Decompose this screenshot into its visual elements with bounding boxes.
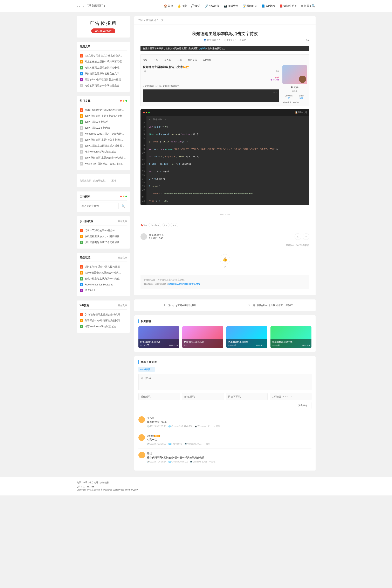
nav-item[interactable]: 💬微语 [191,4,200,8]
footer-link[interactable]: 关于 [77,481,81,484]
list-item[interactable]: 1Qzdy秋知德雨主题怎么去掉代码... [80,312,127,318]
nav-item[interactable]: 📝我的日志 [242,4,257,8]
widget-title: WP教程 [80,304,90,307]
list-item[interactable]: 6给你的网页添加一个网格背景当... [80,83,127,89]
tag-item[interactable]: function [148,223,161,227]
copy-code-button[interactable]: 📋复制代码 [295,111,307,114]
search-input[interactable] [80,203,119,209]
article-slot: 3/4 [306,39,309,42]
comment-name-input[interactable] [138,393,180,400]
list-item[interactable]: 1css文件引用自定义字体文件包的... [80,53,127,59]
list-item[interactable]: 2css+js设置全浏览器兼容针对火... [80,270,127,276]
list-item[interactable]: 2在线智能图片放大，小图模糊变... [80,234,127,240]
list-item[interactable]: 2关于部分smtp邮箱评论没接收到... [80,318,127,324]
quote-text: 落霞多采颜，此物最相思。——王维 [80,177,127,184]
tags: 🔖Tag:functionidxvar [140,220,310,230]
comment-author[interactable]: 路过 [147,452,312,455]
comment-avatar [138,452,145,458]
related-item[interactable]: 网上的破解主题插件👁 334℃2022-10-22 [226,326,268,348]
nav-item[interactable]: 🔗友情链接 [204,4,220,8]
home-icon[interactable]: ⌂ [294,233,301,240]
tag-item[interactable]: var [170,223,178,227]
code-block: 📋复制代码 1234567891011121314151617181920212… [140,109,310,205]
nav-item[interactable]: 📕笔记分类 ▾ [279,4,296,8]
list-item[interactable]: 6qzdy(秋知德雨)主题4.5版本新增功... [80,137,127,143]
article-date: 🕐 2022-3-4 [224,39,236,42]
ad-phone: 858898214# [91,29,116,33]
search-icon[interactable]: 🔍 [312,4,316,8]
list-item[interactable]: 3设计师需要知道的20个无版权的... [80,240,127,245]
mail-icon[interactable]: ✉ [303,233,310,240]
comment-avatar [138,416,145,423]
search-widget-title: 全站搜索 [80,195,90,198]
like-button[interactable]: 👍 [220,254,230,264]
widget-title: 设计师资源 [80,220,93,223]
related-item[interactable]: 秋知德雨主题添加鼠👁 -- [182,326,223,348]
list-item[interactable]: 1记录一下好看的字体-瘦金体 [80,228,127,234]
list-item[interactable]: 3qzdy主题4.8更新说明 [80,119,127,125]
ad-box[interactable]: 广告位招租 858898214# [77,16,130,38]
related-item[interactable]: 给秋知德雨主题添加👁 1,159℃2022-3-18 [138,326,180,348]
comment-captcha-input[interactable] [270,393,312,400]
source-link[interactable]: https://aj0.cn/webcode/348.html [168,283,200,285]
comment-email-input[interactable] [182,393,224,400]
prev-post-link[interactable]: 上一篇: qzdy主题4.8更新说明 [134,299,225,311]
author-name[interactable]: 秋知德雨个人 [149,233,292,237]
widget-more[interactable]: 最新文章 [118,304,127,307]
article-views: 👁 889 [239,39,246,42]
nav-item[interactable]: 📷摄影赞赏 [224,4,238,8]
comment-textarea[interactable] [138,374,312,390]
widget-title: 热门文章 [80,99,90,103]
comment-item: 路过这个代码高亮+复制按钮+质中质一样的效果怎么做嘛🕐 2022-07-16 0… [138,448,312,466]
widget-more[interactable]: 最新文章 [118,220,127,223]
nav-item[interactable]: 🏠首页 [164,4,173,8]
next-post-link[interactable]: 下一篇: 最新github仓库项目部署上传教程 [225,299,316,311]
list-item[interactable]: 3给秋知德雨主题添加鼠标点击喵... [80,65,127,71]
list-item[interactable]: 3推荐wordpress网站加速方法 [80,324,127,330]
widget-title: 最新文章 [80,45,90,49]
breadcrumb: 首页/前端代码/正文 [134,16,316,25]
article-notice: 群里绯羽同学分享的，直接复制到主题设置》底部设置》js代码》复制进去就可以了 [140,46,310,51]
list-item[interactable]: 7qzdy主题文章页面随意插入播放器... [80,143,127,149]
reply-button[interactable]: ↩ 回复 [209,460,216,463]
list-item[interactable]: 5wordpress-qzdy主题v4.7更新预计(... [80,131,127,137]
list-item[interactable]: 4Free themes for Bootstrap [80,282,127,288]
list-item[interactable]: 4qzdy主题4.9.3更新内容 [80,125,127,131]
last-modified: 最后修改：2022年7月1日 [140,243,310,248]
list-item[interactable]: 1WordPress免费主题Qzdy发布简约... [80,107,127,113]
list-item[interactable]: 2网上的破解主题插件千万不要用喔 [80,59,127,65]
nav-item[interactable]: 💰打赏 [177,4,187,8]
footer-link[interactable]: 申明 [83,481,87,484]
comment-url-input[interactable] [226,393,268,400]
related-item[interactable]: 标题的标题居显示效👁 565℃2022-1-8 [270,326,312,348]
comment-submit-button[interactable]: 发表评论 [294,402,312,409]
emoji-button[interactable]: emoji表情☺ [138,367,155,372]
list-item[interactable]: 5最新github仓库项目部署上传教程 [80,77,127,83]
comment-author[interactable]: 少东家 [147,416,312,420]
list-item[interactable]: 10Readpress(回归博客、文艺、阅读... [80,161,127,167]
nav-item[interactable]: ⚙拓展 ▾ [300,4,312,8]
list-item[interactable]: 1提问的智慧-适合中国人提问体质 [80,264,127,270]
reply-button[interactable]: ↩ 回复 [214,425,220,428]
reply-button[interactable]: ↩ 回复 [204,442,210,445]
like-count: 10 [140,266,310,269]
ad-title: 广告位招租 [81,20,126,26]
widget-more[interactable]: 最新文章 [118,256,127,259]
the-end: - THE END - [140,209,310,220]
site-logo[interactable]: echo "秋知德雨"; [77,4,106,8]
list-item[interactable]: 9qzdy(秋知德雨)主题怎么去掉代码高... [80,155,127,161]
comment-author[interactable]: admin博主 [147,434,312,437]
author-avatar [140,233,147,240]
footer-link[interactable]: 项目地址 [89,481,98,484]
tag-item[interactable]: idx [162,223,170,227]
footer-link[interactable]: 友情链接 [100,481,109,484]
list-item[interactable]: 511.25-1.1 [80,288,127,293]
list-item[interactable]: 2qzdy(秋知德雨)主题更新发布4.9新 [80,113,127,119]
list-item[interactable]: 8推荐wordpress网站加速方法 [80,149,127,155]
search-button[interactable]: 🔍 [120,203,127,209]
list-item[interactable]: 4秋知德雨主题添加鼠标点击文字... [80,71,127,77]
article-author: 👤 秋知德雨个人 [204,39,220,42]
preview-screenshot: 首页打赏友人账主题我的日志WP教程 秋知德雨主题添加鼠标点击文字特效 1阅3/4… [140,55,310,106]
nav-item[interactable]: 📘WP教程 [262,4,275,8]
list-item[interactable]: 3发现个检测域名状态的一个免费... [80,276,127,282]
